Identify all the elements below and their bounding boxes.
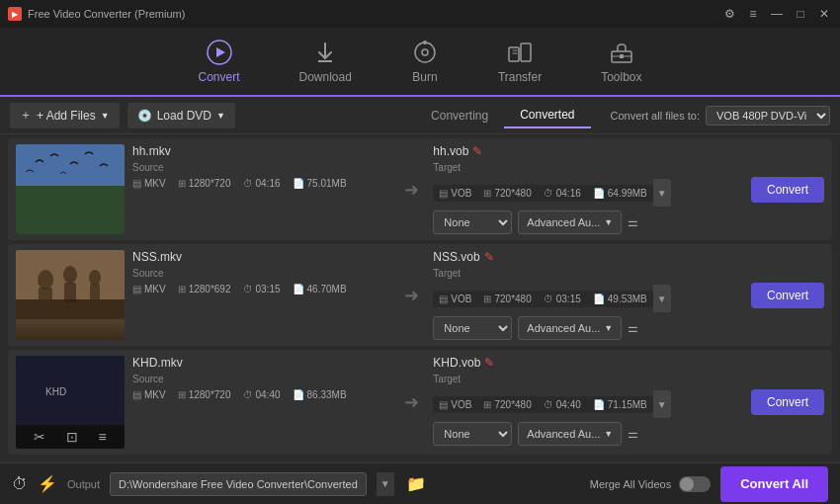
source-duration-2: ⏱ 03:15 [243,284,281,294]
convert-btn-1[interactable]: Convert [751,177,824,203]
advanced-btn-2[interactable]: Advanced Au... ▼ [518,316,622,340]
merge-section: Merge All Videos [590,476,711,492]
edit-icon-2[interactable]: ✎ [484,250,494,264]
source-resolution-2: ⊞ 1280*692 [178,284,231,294]
nav-transfer-label: Transfer [498,70,542,84]
source-format-1: ▤ MKV [132,178,166,189]
target-duration-2: ⏱ 03:15 [544,294,581,304]
cut-icon-3[interactable]: ✂ [34,429,45,445]
target-filename-3: KHD.vob ✎ [433,356,743,370]
effect-select-1[interactable]: None [433,210,512,234]
advanced-btn-3[interactable]: Advanced Au... ▼ [518,422,622,446]
target-props-2: ▤ VOB ⊞ 720*480 ⏱ 03:15 📄 49.53MB [433,291,652,307]
source-format-2: ▤ MKV [132,284,166,294]
advanced-dropdown-icon-3: ▼ [604,429,613,439]
source-resolution-1: ⊞ 1280*720 [178,178,231,189]
output-path-display: D:\Wondershare Free Video Converter\Conv… [110,472,367,496]
target-props-3: ▤ VOB ⊞ 720*480 ⏱ 04:40 📄 71.15MB [433,396,652,413]
add-files-button[interactable]: ＋ + Add Files ▼ [10,103,120,128]
bottom-bar: ⏱ ⚡ Output D:\Wondershare Free Video Con… [0,462,840,504]
load-dvd-button[interactable]: 💿 Load DVD ▼ [127,103,235,128]
svg-rect-10 [620,54,624,58]
svg-point-5 [423,41,427,44]
eq-icon-1[interactable]: ⚌ [628,215,638,229]
nav-transfer[interactable]: Transfer [498,39,542,84]
target-section-2: NSS.vob ✎ Target ▤ VOB ⊞ 720*480 ⏱ 0 [433,250,743,340]
load-dvd-label: Load DVD [157,109,211,123]
source-resolution-3: ⊞ 1280*720 [178,389,231,400]
minimize-btn[interactable]: — [769,6,785,22]
load-dvd-dropdown-icon: ▼ [216,111,225,121]
title-bar-left: ▶ Free Video Converter (Premium) [8,7,185,21]
merge-toggle[interactable] [679,476,711,492]
edit-icon-3[interactable]: ✎ [484,356,494,370]
folder-icon[interactable]: 📁 [406,474,426,493]
svg-rect-18 [64,283,76,302]
target-format-2: ▤ VOB [439,294,471,304]
convert-btn-2[interactable]: Convert [751,283,824,308]
menu-btn[interactable]: ≡ [745,6,761,22]
format-select[interactable]: VOB 480P DVD-Vi [706,106,830,126]
source-filename-3: KHD.mkv [132,356,390,370]
target-format-dropdown-3[interactable]: ▼ [653,390,671,418]
source-format-3: ▤ MKV [132,389,166,400]
crop-icon-3[interactable]: ⊡ [66,429,78,445]
nav-toolbox[interactable]: Toolbox [601,39,641,84]
target-lower-2: None Advanced Au... ▼ ⚌ [433,316,743,340]
eq-icon-3[interactable]: ⚌ [628,427,638,441]
bottom-icons: ⏱ ⚡ [12,474,57,493]
source-info-1: hh.mkv Source ▤ MKV ⊞ 1280*720 ⏱ 04:16 📄… [132,144,390,234]
convert-btn-3[interactable]: Convert [751,389,824,415]
svg-rect-7 [521,43,531,61]
file-item-2: ✂ ⊡ ≡ NSS.mkv Source ▤ MKV ⊞ 1280*692 ⏱ … [8,244,832,346]
svg-marker-1 [216,47,225,57]
target-filename-2: NSS.vob ✎ [433,250,743,264]
output-path-dropdown[interactable]: ▼ [377,472,394,496]
nav-convert[interactable]: Convert [198,39,239,84]
history-icon[interactable]: ⏱ [12,475,28,493]
nav-bar: Convert Download Burn Tran [0,28,840,97]
transfer-icon [506,39,534,66]
svg-rect-12 [16,186,125,213]
edit-icon-1[interactable]: ✎ [472,144,482,158]
toolbar: ＋ + Add Files ▼ 💿 Load DVD ▼ Converting … [0,97,840,134]
add-files-label: + Add Files [37,109,96,123]
advanced-btn-1[interactable]: Advanced Au... ▼ [518,210,622,234]
source-info-2: NSS.mkv Source ▤ MKV ⊞ 1280*692 ⏱ 03:15 … [132,250,390,340]
arrow-3: ➜ [398,356,425,449]
target-format-dropdown-1[interactable]: ▼ [653,179,671,207]
source-props-1: ▤ MKV ⊞ 1280*720 ⏱ 04:16 📄 75.01MB [132,178,390,189]
eq-icon-2[interactable]: ⚌ [628,321,638,335]
target-duration-1: ⏱ 04:16 [544,188,581,199]
download-icon [311,39,339,66]
maximize-btn[interactable]: □ [793,6,808,22]
convert-all-to-label: Convert all files to: [611,110,700,122]
convert-all-to-section: Convert all files to: VOB 480P DVD-Vi [611,106,830,126]
nav-burn-label: Burn [412,70,437,84]
effect-select-2[interactable]: None [433,316,512,340]
app-icon: ▶ [8,7,22,21]
svg-point-3 [415,42,435,62]
toolbox-icon [608,39,635,66]
power-icon[interactable]: ⚡ [38,474,57,493]
target-size-2: 📄 49.53MB [593,294,647,304]
effect-select-3[interactable]: None [433,422,512,446]
source-props-3: ▤ MKV ⊞ 1280*720 ⏱ 04:40 📄 86.33MB [132,389,390,400]
tab-converted[interactable]: Converted [504,103,590,128]
target-resolution-1: ⊞ 720*480 [483,188,531,199]
plus-icon: ＋ [20,107,32,124]
effects-icon-3[interactable]: ≡ [99,429,107,445]
target-format-dropdown-2[interactable]: ▼ [653,285,671,312]
svg-rect-16 [39,288,52,305]
arrow-1: ➜ [398,144,425,234]
close-btn[interactable]: ✕ [816,6,832,22]
convert-all-button[interactable]: Convert All [720,466,828,502]
app-title: Free Video Converter (Premium) [28,8,185,20]
nav-download[interactable]: Download [299,39,352,84]
tab-converting[interactable]: Converting [415,103,504,128]
thumbnail-3: KHD ✂ ⊡ ≡ [16,356,125,449]
source-duration-3: ⏱ 04:40 [243,389,281,400]
target-duration-3: ⏱ 04:40 [544,399,581,410]
settings-btn[interactable]: ⚙ [721,6,737,22]
nav-burn[interactable]: Burn [411,39,439,84]
